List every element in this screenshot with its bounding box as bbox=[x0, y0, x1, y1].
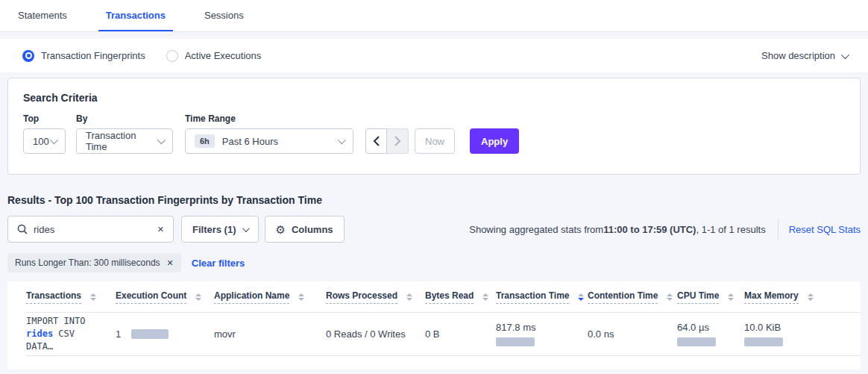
col-header-cpu-time[interactable]: CPU Time bbox=[677, 290, 744, 304]
clear-search-icon[interactable]: ✕ bbox=[156, 223, 166, 236]
col-header-label: Contention Time bbox=[588, 290, 658, 304]
time-range-select[interactable]: 6h Past 6 Hours bbox=[185, 128, 353, 154]
transaction-fingerprint-link[interactable]: IMPORT INTO rides CSV DATA… bbox=[26, 315, 116, 353]
cpu-time-bar bbox=[677, 337, 716, 346]
divider bbox=[778, 219, 779, 240]
transaction-time-cell: 817.8 ms bbox=[496, 322, 588, 346]
col-header-label: CPU Time bbox=[677, 290, 719, 304]
sort-toggle-icon[interactable] bbox=[195, 293, 201, 301]
top-select[interactable]: 100 bbox=[23, 128, 66, 154]
aggregated-stats-text: Showing aggregated stats from 11:00 to 1… bbox=[469, 224, 765, 235]
bytes-read-cell: 0 B bbox=[425, 328, 496, 340]
time-next-button-disabled[interactable] bbox=[387, 128, 409, 154]
max-memory-value: 10.0 KiB bbox=[744, 322, 781, 333]
sort-toggle-icon[interactable] bbox=[406, 293, 412, 301]
sql-table-name: rides bbox=[26, 328, 53, 339]
sort-toggle-icon[interactable] bbox=[298, 293, 304, 301]
show-description-toggle[interactable]: Show description bbox=[761, 50, 847, 61]
clear-filters-link[interactable]: Clear filters bbox=[192, 258, 245, 269]
filter-chip-label: Runs Longer Than: 300 milliseconds bbox=[15, 258, 160, 268]
chevron-down-icon bbox=[242, 225, 249, 232]
apply-button[interactable]: Apply bbox=[470, 128, 519, 154]
time-range-value: Past 6 Hours bbox=[222, 136, 278, 147]
by-label: By bbox=[76, 113, 173, 124]
col-header-transactions[interactable]: Transactions bbox=[26, 290, 116, 304]
filters-button-label: Filters (1) bbox=[192, 224, 236, 235]
now-button[interactable]: Now bbox=[415, 128, 455, 154]
radio-label: Active Executions bbox=[185, 50, 262, 61]
col-header-transaction-time-sorted-desc[interactable]: Transaction Time bbox=[496, 290, 588, 304]
results-heading: Results - Top 100 Transaction Fingerprin… bbox=[7, 194, 861, 206]
chevron-down-icon bbox=[157, 136, 166, 144]
remove-filter-icon[interactable]: ✕ bbox=[167, 258, 174, 268]
search-input[interactable] bbox=[34, 224, 156, 235]
radio-selected-icon bbox=[22, 50, 34, 62]
rows-processed-cell: 0 Reads / 0 Writes bbox=[326, 328, 425, 340]
sort-toggle-icon[interactable] bbox=[808, 293, 814, 301]
transactions-table: Transactions Execution Count Application… bbox=[7, 281, 861, 370]
chevron-right-icon bbox=[394, 136, 401, 146]
sql-line-2: rides CSV DATA… bbox=[26, 328, 107, 353]
by-select[interactable]: Transaction Time bbox=[76, 128, 173, 154]
sort-toggle-icon[interactable] bbox=[482, 293, 488, 301]
transaction-time-value: 817.8 ms bbox=[496, 322, 535, 333]
sql-line-1: IMPORT INTO bbox=[26, 315, 107, 328]
time-range-label: Time Range bbox=[185, 113, 353, 124]
by-select-value: Transaction Time bbox=[86, 130, 157, 152]
gear-icon: ⚙ bbox=[276, 224, 286, 235]
radio-unselected-icon bbox=[166, 50, 178, 62]
tab-transactions[interactable]: Transactions bbox=[98, 0, 173, 31]
col-header-contention-time[interactable]: Contention Time bbox=[588, 290, 677, 304]
stats-suffix: , 1-1 of 1 results bbox=[696, 224, 765, 235]
columns-button-label: Columns bbox=[292, 224, 333, 235]
sort-toggle-icon[interactable] bbox=[667, 293, 673, 301]
col-header-max-memory[interactable]: Max Memory bbox=[744, 290, 861, 304]
col-header-execution-count[interactable]: Execution Count bbox=[116, 290, 214, 304]
time-prev-button[interactable] bbox=[365, 128, 387, 154]
stats-time-range: 11:00 to 17:59 (UTC) bbox=[603, 224, 696, 235]
cpu-time-value: 64.0 µs bbox=[677, 322, 709, 333]
col-header-label: Bytes Read bbox=[425, 290, 474, 304]
show-description-label: Show description bbox=[761, 50, 835, 61]
execution-count-bar bbox=[131, 329, 169, 339]
col-header-label: Max Memory bbox=[744, 290, 799, 304]
chevron-down-icon bbox=[338, 136, 346, 144]
col-header-rows-processed[interactable]: Rows Processed bbox=[326, 290, 425, 304]
results-section: Results - Top 100 Transaction Fingerprin… bbox=[0, 194, 868, 370]
stats-prefix: Showing aggregated stats from bbox=[469, 224, 603, 235]
transaction-time-bar bbox=[496, 337, 535, 346]
col-header-label: Rows Processed bbox=[326, 290, 397, 304]
col-header-label: Transactions bbox=[26, 290, 81, 304]
now-button-label: Now bbox=[425, 136, 444, 147]
view-toggle-bar: Transaction Fingerprints Active Executio… bbox=[0, 39, 868, 72]
sort-toggle-icon[interactable] bbox=[90, 293, 96, 301]
table-row: IMPORT INTO rides CSV DATA… 1 movr 0 Rea… bbox=[26, 313, 861, 356]
chevron-left-icon bbox=[373, 136, 380, 146]
contention-time-cell: 0.0 ns bbox=[588, 328, 677, 340]
chevron-down-icon bbox=[50, 136, 58, 144]
reset-sql-stats-link[interactable]: Reset SQL Stats bbox=[789, 224, 861, 235]
col-header-label: Execution Count bbox=[116, 290, 186, 304]
col-header-bytes-read[interactable]: Bytes Read bbox=[425, 290, 496, 304]
sort-toggle-icon[interactable] bbox=[728, 293, 734, 301]
columns-button[interactable]: ⚙ Columns bbox=[265, 216, 345, 243]
max-memory-cell: 10.0 KiB bbox=[744, 322, 861, 346]
tab-sessions[interactable]: Sessions bbox=[197, 0, 251, 31]
search-criteria-title: Search Criteria bbox=[23, 92, 845, 104]
col-header-application-name[interactable]: Application Name bbox=[214, 290, 326, 304]
col-header-label: Application Name bbox=[214, 290, 289, 304]
results-search-box: ✕ bbox=[7, 216, 174, 243]
radio-transaction-fingerprints[interactable]: Transaction Fingerprints bbox=[22, 50, 145, 62]
col-header-label: Transaction Time bbox=[496, 290, 569, 304]
filters-button[interactable]: Filters (1) bbox=[181, 216, 259, 243]
radio-active-executions[interactable]: Active Executions bbox=[166, 50, 262, 62]
table-header-row: Transactions Execution Count Application… bbox=[26, 281, 861, 313]
tab-statements[interactable]: Statements bbox=[10, 0, 75, 31]
radio-label: Transaction Fingerprints bbox=[41, 50, 145, 61]
application-name-cell: movr bbox=[214, 328, 326, 340]
page-tabs: Statements Transactions Sessions bbox=[0, 0, 868, 32]
top-select-value: 100 bbox=[33, 136, 49, 147]
sort-toggle-icon[interactable] bbox=[578, 293, 584, 301]
top-label: Top bbox=[23, 113, 66, 124]
execution-count-cell: 1 bbox=[116, 328, 214, 340]
